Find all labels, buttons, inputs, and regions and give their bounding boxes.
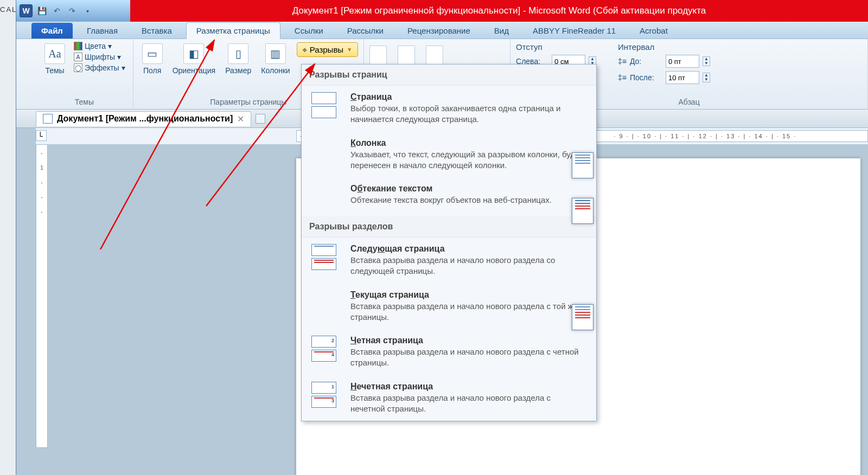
spacing-after-spinner[interactable]: ▲▼: [703, 73, 710, 82]
spacing-before-input[interactable]: [666, 55, 699, 68]
qat-menu-icon[interactable]: ▾: [81, 5, 93, 17]
themes-icon: Aa: [44, 43, 65, 64]
colors-icon: [74, 42, 82, 50]
breaks-button[interactable]: ⎆ Разрывы ▼: [297, 42, 358, 57]
columns-icon: ▥: [265, 43, 286, 64]
before-icon: ‡≡: [618, 57, 627, 66]
window-title: Документ1 [Режим ограниченной функционал…: [130, 0, 868, 22]
spacing-before-label: До:: [630, 57, 662, 66]
group-themes-label: Темы: [41, 98, 127, 108]
margins-button[interactable]: ▭Поля: [139, 41, 166, 77]
spacing-before-spinner[interactable]: ▲▼: [703, 56, 710, 66]
undo-icon[interactable]: ↶: [51, 5, 63, 17]
breaks-section-section-breaks: Разрывы разделов: [302, 216, 596, 238]
tab-references[interactable]: Ссылки: [285, 23, 333, 38]
tab-acrobat[interactable]: Acrobat: [630, 23, 678, 38]
break-odd-page[interactable]: 13 Нечетная страница Вставка разрыва раз…: [302, 375, 596, 421]
spacing-after-label: После:: [630, 73, 662, 82]
break-continuous[interactable]: Текущая страница Вставка разрыва раздела…: [302, 284, 596, 330]
break-odd-page-icon: 13: [311, 382, 341, 408]
break-even-page[interactable]: 24 Четная страница Вставка разрыва разде…: [302, 329, 596, 375]
break-page-icon: [311, 92, 341, 118]
theme-colors-button[interactable]: Цвета ▾: [72, 41, 127, 51]
break-page[interactable]: Страница Выбор точки, в которой заканчив…: [302, 86, 596, 132]
tab-review[interactable]: Рецензирование: [398, 23, 480, 38]
columns-button[interactable]: ▥Колонки: [258, 41, 293, 77]
tab-insert[interactable]: Вставка: [132, 23, 182, 38]
dropdown-arrow-icon: ▼: [347, 47, 352, 53]
page-borders-icon: [426, 46, 443, 66]
redo-icon[interactable]: ↷: [66, 5, 78, 17]
size-icon: ▯: [228, 43, 248, 64]
break-column[interactable]: Колонка Указывает, что текст, следующий …: [302, 132, 596, 178]
break-next-page-icon: [311, 244, 341, 270]
vertical-ruler[interactable]: - 1 - - -: [36, 144, 48, 448]
theme-fonts-button[interactable]: AШрифты ▾: [72, 52, 127, 62]
themes-button[interactable]: Aa Темы: [41, 41, 68, 77]
group-themes: Aa Темы Цвета ▾ AШрифты ▾ ◯Эффекты ▾ Тем…: [36, 39, 133, 109]
break-text-wrapping-icon: [311, 184, 341, 210]
document-icon: [43, 114, 53, 124]
break-continuous-icon: [311, 290, 341, 316]
save-icon[interactable]: 💾: [36, 5, 48, 17]
tab-mailings[interactable]: Рассылки: [337, 23, 393, 38]
breaks-section-page-breaks: Разрывы страниц: [302, 65, 596, 86]
close-document-icon[interactable]: ✕: [237, 114, 244, 124]
new-document-tab-icon[interactable]: [256, 114, 265, 124]
tab-file[interactable]: Файл: [31, 23, 73, 38]
orientation-button[interactable]: ◧Ориентация: [169, 41, 219, 77]
orientation-icon: ◧: [183, 43, 204, 64]
page-color-icon: [398, 46, 415, 66]
document-tab-label: Документ1 [Режим ...функциональности]: [57, 114, 233, 124]
effects-icon: ◯: [74, 63, 82, 72]
break-even-page-icon: 24: [311, 336, 341, 362]
ribbon-tabs: Файл Главная Вставка Разметка страницы С…: [16, 22, 868, 39]
document-tab-1[interactable]: Документ1 [Режим ...функциональности] ✕: [36, 111, 251, 126]
spacing-after-input[interactable]: [666, 71, 699, 84]
tab-page-layout[interactable]: Разметка страницы: [186, 22, 280, 39]
fonts-icon: A: [74, 53, 82, 61]
spacing-title: Интервал: [618, 42, 710, 52]
word-app-icon: W: [20, 4, 33, 17]
size-button[interactable]: ▯Размер: [222, 41, 254, 77]
break-text-wrapping[interactable]: Обтекание текстом Обтекание текста вокру…: [302, 177, 596, 216]
watermark-icon: [369, 46, 387, 66]
tab-view[interactable]: Вид: [484, 23, 519, 38]
left-app-stub: CAL: [0, 0, 16, 475]
break-next-page[interactable]: Следующая страница Вставка разрыва разде…: [302, 238, 596, 284]
ruler-corner[interactable]: L: [36, 130, 47, 141]
break-column-icon: [311, 138, 341, 164]
title-bar: W 💾 ↶ ↷ ▾ Документ1 [Режим ограниченной …: [16, 0, 868, 22]
after-icon: ‡≡: [618, 73, 627, 82]
indent-title: Отступ: [516, 42, 596, 52]
tab-home[interactable]: Главная: [77, 23, 127, 38]
breaks-dropdown: Разрывы страниц Страница Выбор точки, в …: [301, 64, 597, 421]
tab-abbyy[interactable]: ABBYY FineReader 11: [523, 23, 626, 38]
margins-icon: ▭: [142, 43, 163, 64]
breaks-icon: ⎆: [303, 46, 307, 54]
theme-effects-button[interactable]: ◯Эффекты ▾: [72, 63, 127, 73]
